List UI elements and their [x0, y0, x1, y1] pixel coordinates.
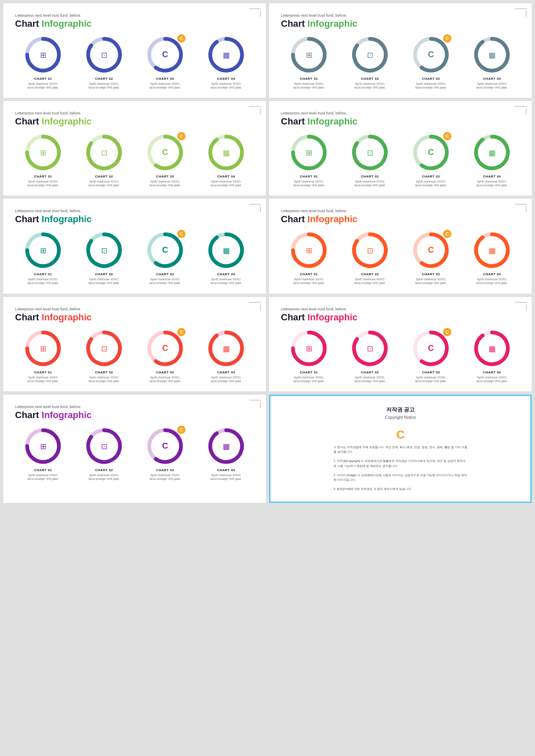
- slide-title: Chart Infographic: [281, 116, 520, 127]
- slide-6: Letterpress next level trust fund, befor…: [269, 199, 532, 293]
- chart-item-4: ▦ CHART 04 Synth chartreuse XOXO,tacos b…: [198, 330, 254, 383]
- c-badge: C: [443, 230, 451, 238]
- chart-label-2: CHART 02: [95, 272, 113, 276]
- chart-item-1: ⊞ CHART 01 Synth chartreuse XOXO,tacos b…: [15, 134, 71, 187]
- chart-item-4: ▦ CHART 04 Synth chartreuse XOXO,tacos b…: [464, 330, 520, 383]
- chart-desc-3: Synth chartreuse XOXO,tacos brooklyn VHS…: [415, 375, 446, 383]
- chart-desc-1: Synth chartreuse XOXO,tacos brooklyn VHS…: [28, 277, 59, 285]
- donut-wrap-1: ⊞: [24, 330, 62, 367]
- title-accent: Infographic: [42, 410, 92, 420]
- chart-label-3: CHART 03: [156, 77, 174, 81]
- svg-text:C: C: [162, 441, 168, 450]
- copyright-body: 이 문서는 저작권법에 의해 보호됩니다. 무단 전재, 복사, 배포, 전송,…: [334, 445, 467, 492]
- chart-item-3: C C CHART 03 Synth chartreuse XOXO,tacos…: [403, 330, 459, 383]
- donut-wrap-3: C C: [146, 427, 184, 465]
- c-badge: C: [177, 34, 186, 43]
- chart-item-3: C C CHART 03 Synth chartreuse XOXO,tacos…: [403, 231, 459, 285]
- slide-title: Chart Infographic: [281, 214, 520, 225]
- chart-desc-4: Synth chartreuse XOXO,tacos brooklyn VHS…: [211, 82, 242, 89]
- donut-wrap-1: ⊞: [290, 231, 328, 269]
- svg-text:⊡: ⊡: [101, 442, 107, 451]
- svg-text:⊞: ⊞: [306, 149, 312, 157]
- svg-text:⊡: ⊡: [367, 345, 373, 353]
- chart-item-3: C C CHART 03 Synth chartreuse XOXO,tacos…: [137, 427, 193, 481]
- slide-9: Letterpress next level trust fund, befor…: [3, 395, 266, 503]
- slide-corner: [515, 204, 527, 205]
- chart-desc-4: Synth chartreuse XOXO,tacos brooklyn VHS…: [476, 82, 507, 89]
- c-badge: C: [177, 328, 186, 336]
- slide-subtitle: Letterpress next level trust fund, befor…: [15, 209, 254, 213]
- slide-4: Letterpress next level trust fund, befor…: [269, 101, 532, 195]
- svg-text:C: C: [162, 50, 168, 59]
- copyright-title: 저작권 공고: [386, 406, 415, 414]
- title-accent: Infographic: [308, 18, 358, 29]
- slide-corner: [249, 302, 261, 303]
- chart-desc-2: Synth chartreuse XOXO,tacos brooklyn VHS…: [354, 82, 385, 89]
- slide-title: Chart Infographic: [15, 410, 254, 421]
- title-accent: Infographic: [308, 116, 358, 127]
- donut-wrap-4: ▦: [473, 330, 511, 367]
- slide-subtitle: Letterpress next level trust fund, befor…: [281, 13, 520, 18]
- chart-item-1: ⊞ CHART 01 Synth chartreuse XOXO,tacos b…: [281, 36, 337, 89]
- donut-wrap-2: ⊡: [351, 330, 389, 367]
- chart-label-4: CHART 04: [483, 272, 501, 276]
- donut-wrap-4: ▦: [473, 231, 511, 269]
- chart-label-1: CHART 01: [34, 77, 52, 81]
- chart-item-3: C C CHART 03 Synth chartreuse XOXO,tacos…: [137, 330, 193, 383]
- chart-item-3: C C CHART 03 Synth chartreuse XOXO,tacos…: [137, 231, 193, 285]
- chart-desc-2: Synth chartreuse XOXO,tacos brooklyn VHS…: [354, 375, 385, 383]
- donut-wrap-4: ▦: [473, 134, 511, 171]
- donut-wrap-2: ⊡: [351, 134, 389, 171]
- svg-text:⊞: ⊞: [40, 345, 46, 353]
- chart-desc-4: Synth chartreuse XOXO,tacos brooklyn VHS…: [211, 375, 242, 383]
- donut-wrap-3: C C: [146, 330, 184, 367]
- svg-text:⊞: ⊞: [306, 246, 312, 255]
- donut-wrap-2: ⊡: [351, 231, 389, 269]
- chart-label-2: CHART 02: [361, 370, 379, 374]
- donut-wrap-4: ▦: [207, 231, 245, 269]
- svg-text:C: C: [162, 245, 168, 254]
- chart-desc-2: Synth chartreuse XOXO,tacos brooklyn VHS…: [89, 277, 120, 285]
- c-badge: C: [443, 328, 451, 336]
- chart-desc-3: Synth chartreuse XOXO,tacos brooklyn VHS…: [150, 277, 181, 285]
- chart-item-4: ▦ CHART 04 Synth chartreuse XOXO,tacos b…: [198, 36, 254, 89]
- chart-desc-1: Synth chartreuse XOXO,tacos brooklyn VHS…: [293, 375, 324, 383]
- slide-5: Letterpress next level trust fund, befor…: [3, 199, 266, 293]
- svg-text:▦: ▦: [489, 51, 496, 59]
- chart-desc-4: Synth chartreuse XOXO,tacos brooklyn VHS…: [211, 277, 242, 285]
- chart-item-2: ⊡ CHART 02 Synth chartreuse XOXO,tacos b…: [76, 330, 132, 383]
- chart-desc-3: Synth chartreuse XOXO,tacos brooklyn VHS…: [415, 82, 446, 89]
- title-accent: Infographic: [308, 214, 358, 224]
- chart-label-2: CHART 02: [95, 370, 113, 374]
- title-accent: Infographic: [42, 18, 92, 29]
- slide-corner: [515, 302, 527, 303]
- chart-label-3: CHART 03: [156, 272, 174, 276]
- chart-label-4: CHART 04: [217, 77, 235, 81]
- chart-item-3: C C CHART 03 Synth chartreuse XOXO,tacos…: [137, 36, 193, 89]
- donut-wrap-4: ▦: [207, 330, 245, 367]
- donut-wrap-1: ⊞: [24, 231, 62, 269]
- slide-7: Letterpress next level trust fund, befor…: [3, 297, 266, 391]
- chart-desc-3: Synth chartreuse XOXO,tacos brooklyn VHS…: [150, 82, 181, 89]
- chart-desc-2: Synth chartreuse XOXO,tacos brooklyn VHS…: [354, 277, 385, 285]
- chart-item-4: ▦ CHART 04 Synth chartreuse XOXO,tacos b…: [198, 134, 254, 187]
- slide-corner: [249, 106, 261, 107]
- chart-desc-1: Synth chartreuse XOXO,tacos brooklyn VHS…: [28, 180, 59, 187]
- chart-label-3: CHART 03: [156, 175, 174, 178]
- slide-1: Letterpress next level trust fund, befor…: [3, 3, 266, 98]
- charts-row: ⊞ CHART 01 Synth chartreuse XOXO,tacos b…: [281, 134, 520, 187]
- title-accent: Infographic: [42, 214, 92, 224]
- slide-corner: [515, 8, 527, 9]
- slide-corner: [249, 204, 261, 205]
- copyright-c-char: C: [396, 428, 405, 441]
- svg-text:⊡: ⊡: [367, 246, 373, 255]
- donut-wrap-4: ▦: [207, 36, 245, 74]
- chart-label-1: CHART 01: [34, 370, 52, 374]
- slide-subtitle: Letterpress next level trust fund, befor…: [281, 307, 520, 311]
- slide-corner: [515, 106, 527, 107]
- chart-label-4: CHART 04: [217, 468, 235, 472]
- chart-desc-3: Synth chartreuse XOXO,tacos brooklyn VHS…: [150, 180, 181, 187]
- chart-item-2: ⊡ CHART 02 Synth chartreuse XOXO,tacos b…: [76, 231, 132, 285]
- slide-corner: [249, 8, 261, 9]
- chart-item-1: ⊞ CHART 01 Synth chartreuse XOXO,tacos b…: [281, 330, 337, 383]
